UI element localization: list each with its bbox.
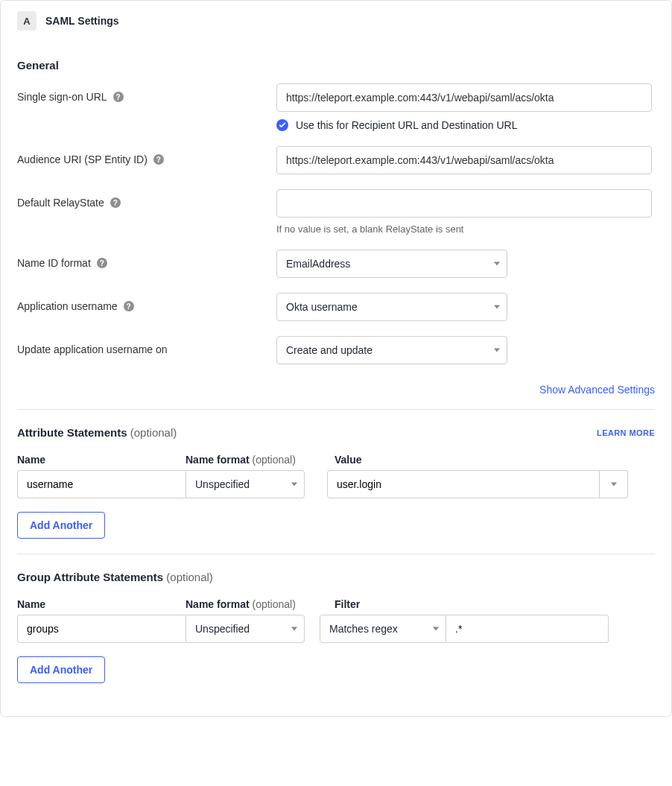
nameid-value: EmailAddress bbox=[286, 258, 350, 270]
chevron-down-icon bbox=[494, 305, 500, 309]
label-text: Audience URI (SP Entity ID) bbox=[17, 153, 148, 165]
filter-value-input[interactable] bbox=[446, 615, 609, 643]
update-on-select[interactable]: Create and update bbox=[276, 336, 507, 364]
update-on-value: Create and update bbox=[286, 344, 373, 356]
row-audience: Audience URI (SP Entity ID) ? bbox=[17, 146, 655, 174]
help-icon[interactable]: ? bbox=[97, 258, 107, 268]
nameid-select[interactable]: EmailAddress bbox=[276, 250, 507, 278]
chevron-down-icon bbox=[433, 627, 439, 631]
label-text: Update application username on bbox=[17, 343, 168, 355]
check-icon bbox=[279, 121, 286, 129]
group-attribute-row: Unspecified Matches regex bbox=[1, 615, 671, 643]
attr-format-value: Unspecified bbox=[195, 478, 250, 490]
optional-text: (optional) bbox=[166, 571, 213, 583]
add-group-attr-row: Add Another bbox=[1, 643, 671, 698]
optional-text: (optional) bbox=[252, 454, 295, 466]
filter-op-select[interactable]: Matches regex bbox=[320, 615, 446, 643]
filter-op-value: Matches regex bbox=[329, 623, 398, 635]
audience-input[interactable] bbox=[276, 146, 652, 174]
group-attribute-heading: Group Attribute Statements (optional) bbox=[17, 571, 213, 583]
col-format: Name format (optional) bbox=[186, 598, 335, 610]
label-nameid: Name ID format ? bbox=[17, 250, 276, 269]
attribute-heading: Attribute Statements (optional) bbox=[17, 426, 177, 439]
attr-value-wrap bbox=[327, 470, 628, 498]
general-section: General Single sign-on URL ? Use this fo… bbox=[1, 38, 671, 364]
label-update-on: Update application username on bbox=[17, 336, 276, 355]
attr-name-input[interactable] bbox=[17, 470, 186, 498]
add-attr-row: Add Another bbox=[1, 498, 671, 554]
help-icon[interactable]: ? bbox=[110, 197, 121, 208]
sso-url-input[interactable] bbox=[276, 83, 652, 112]
label-text: Default RelayState bbox=[17, 197, 104, 209]
group-attribute-section-header: Group Attribute Statements (optional) bbox=[1, 554, 671, 583]
add-group-attribute-button[interactable]: Add Another bbox=[17, 656, 105, 683]
help-icon[interactable]: ? bbox=[124, 301, 134, 311]
chevron-down-icon bbox=[291, 483, 297, 487]
group-format-value: Unspecified bbox=[195, 623, 250, 635]
use-for-recipient-checkbox[interactable] bbox=[276, 119, 288, 131]
row-nameid: Name ID format ? EmailAddress bbox=[17, 250, 655, 278]
label-text: Application username bbox=[17, 300, 118, 312]
attribute-row: Unspecified bbox=[1, 470, 671, 498]
row-update-on: Update application username on Create an… bbox=[17, 336, 655, 364]
attr-format-select[interactable]: Unspecified bbox=[186, 470, 305, 498]
attribute-col-headers: Name Name format (optional) Value bbox=[1, 439, 671, 470]
attr-value-dropdown-button[interactable] bbox=[600, 470, 628, 498]
label-text: Name ID format bbox=[17, 257, 91, 269]
optional-text: (optional) bbox=[252, 598, 295, 610]
relaystate-hint: If no value is set, a blank RelayState i… bbox=[276, 224, 655, 235]
chevron-down-icon bbox=[494, 349, 500, 352]
help-icon[interactable]: ? bbox=[113, 92, 124, 102]
optional-text: (optional) bbox=[130, 426, 177, 439]
show-advanced-link[interactable]: Show Advanced Settings bbox=[539, 384, 655, 396]
help-icon[interactable]: ? bbox=[153, 154, 164, 165]
col-format-text: Name format bbox=[186, 598, 250, 610]
attribute-section-header: Attribute Statements (optional) LEARN MO… bbox=[1, 410, 671, 439]
advanced-settings-row: Show Advanced Settings bbox=[1, 379, 671, 409]
col-name: Name bbox=[17, 454, 186, 466]
label-text: Single sign-on URL bbox=[17, 91, 107, 103]
col-value: Value bbox=[335, 454, 655, 466]
relaystate-input[interactable] bbox=[276, 189, 652, 218]
chevron-down-icon bbox=[611, 483, 617, 487]
saml-settings-panel: A SAML Settings General Single sign-on U… bbox=[0, 0, 672, 717]
chevron-down-icon bbox=[291, 627, 297, 631]
label-sso-url: Single sign-on URL ? bbox=[17, 83, 276, 103]
col-name: Name bbox=[17, 598, 186, 610]
label-app-username: Application username ? bbox=[17, 293, 276, 312]
app-username-value: Okta username bbox=[286, 301, 358, 313]
use-for-recipient-label: Use this for Recipient URL and Destinati… bbox=[296, 119, 518, 131]
step-badge: A bbox=[17, 11, 37, 31]
label-relaystate: Default RelayState ? bbox=[17, 189, 276, 209]
group-format-select[interactable]: Unspecified bbox=[186, 615, 305, 643]
attr-value-input[interactable] bbox=[327, 470, 600, 498]
group-col-headers: Name Name format (optional) Filter bbox=[1, 583, 671, 615]
col-format-text: Name format bbox=[186, 454, 250, 466]
group-attribute-heading-text: Group Attribute Statements bbox=[17, 571, 163, 583]
add-attribute-button[interactable]: Add Another bbox=[17, 512, 105, 539]
app-username-select[interactable]: Okta username bbox=[276, 293, 507, 321]
learn-more-link[interactable]: LEARN MORE bbox=[597, 428, 655, 437]
attribute-heading-text: Attribute Statements bbox=[17, 426, 127, 439]
row-app-username: Application username ? Okta username bbox=[17, 293, 655, 321]
use-for-recipient-row: Use this for Recipient URL and Destinati… bbox=[276, 119, 655, 131]
group-name-input[interactable] bbox=[17, 615, 186, 643]
panel-title: SAML Settings bbox=[45, 15, 119, 27]
general-heading: General bbox=[17, 59, 655, 72]
row-relaystate: Default RelayState ? If no value is set,… bbox=[17, 189, 655, 235]
col-filter: Filter bbox=[335, 598, 655, 610]
row-sso-url: Single sign-on URL ? Use this for Recipi… bbox=[17, 83, 655, 131]
label-audience: Audience URI (SP Entity ID) ? bbox=[17, 146, 276, 165]
col-format: Name format (optional) bbox=[186, 454, 335, 466]
panel-header: A SAML Settings bbox=[1, 1, 671, 38]
chevron-down-icon bbox=[494, 262, 500, 266]
